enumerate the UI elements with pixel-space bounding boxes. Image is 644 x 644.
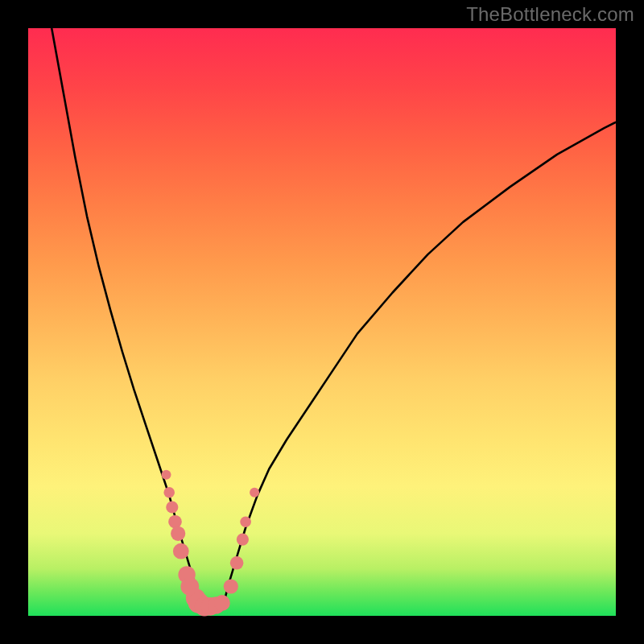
marker-dot bbox=[166, 501, 178, 513]
marker-dot bbox=[173, 543, 189, 559]
marker-dot bbox=[214, 595, 230, 611]
marker-dot bbox=[237, 534, 249, 546]
chart-frame: TheBottleneck.com bbox=[0, 0, 644, 644]
marker-dot bbox=[224, 579, 238, 593]
chart-plot-area bbox=[28, 28, 616, 616]
chart-svg bbox=[28, 28, 616, 616]
curve-right-branch bbox=[222, 122, 616, 610]
watermark-text: TheBottleneck.com bbox=[466, 3, 634, 26]
marker-dot bbox=[163, 487, 175, 498]
marker-dot bbox=[162, 470, 171, 480]
marker-dot bbox=[240, 516, 251, 527]
marker-dot bbox=[171, 526, 185, 541]
marker-dot bbox=[230, 556, 244, 570]
chart-markers bbox=[162, 470, 260, 617]
marker-dot bbox=[250, 488, 259, 497]
chart-curve bbox=[52, 28, 616, 610]
